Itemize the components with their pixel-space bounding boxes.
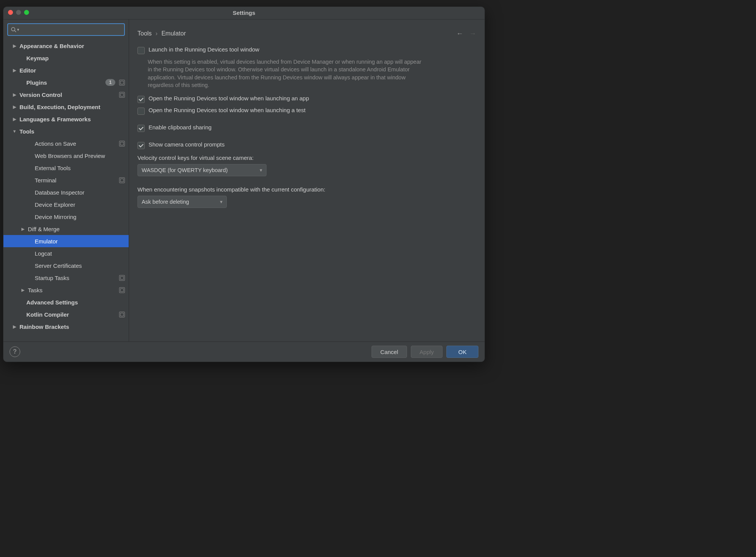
sidebar-item[interactable]: ▶Kotlin Compiler (3, 308, 129, 320)
velocity-select[interactable]: WASDQE (for QWERTY keyboard) ▼ (137, 164, 267, 176)
sidebar-item[interactable]: ▶Actions on Save (3, 137, 129, 150)
sidebar-item[interactable]: ▶Database Inspector (3, 186, 129, 198)
dialog-title: Settings (233, 10, 255, 16)
sidebar-item-label: Terminal (35, 177, 57, 184)
chevron-down-icon: ▼ (219, 200, 223, 204)
chevron-down-icon: ▼ (12, 129, 17, 134)
open-test-label[interactable]: Open the Running Devices tool window whe… (149, 107, 305, 113)
sidebar-item[interactable]: ▶Plugins1 (3, 76, 129, 89)
snapshot-select[interactable]: Ask before deleting ▼ (137, 196, 227, 208)
sidebar-item[interactable]: ▶Server Certificates (3, 259, 129, 272)
sidebar-item-label: Logcat (35, 250, 52, 257)
minimize-window-button[interactable] (16, 10, 21, 15)
search-input[interactable]: ▼ (7, 23, 125, 36)
open-app-label[interactable]: Open the Running Devices tool window whe… (149, 95, 309, 101)
chevron-right-icon: ▶ (20, 288, 26, 293)
sidebar-item[interactable]: ▼Tools (3, 125, 129, 137)
chevron-right-icon: ▶ (20, 227, 26, 232)
sidebar-item[interactable]: ▶Advanced Settings (3, 296, 129, 308)
help-button[interactable]: ? (10, 346, 20, 357)
snapshot-label: When encountering snapshots incompatible… (137, 186, 476, 193)
chevron-right-icon: ▶ (12, 105, 17, 109)
sidebar-item-label: External Tools (35, 165, 71, 171)
search-dropdown-icon[interactable]: ▼ (16, 28, 20, 32)
sidebar-item[interactable]: ▶Device Explorer (3, 198, 129, 211)
sidebar-item[interactable]: ▶Rainbow Brackets (3, 320, 129, 333)
launch-in-tool-checkbox[interactable] (137, 47, 145, 54)
sidebar: ▼ ▶Appearance & Behavior▶Keymap▶Editor▶P… (3, 19, 129, 341)
window-controls (8, 10, 29, 15)
sidebar-item[interactable]: ▶Version Control (3, 89, 129, 101)
svg-line-1 (15, 31, 16, 32)
settings-dialog: Settings ▼ ▶Appearance & Behavior▶Keymap… (3, 6, 485, 362)
settings-tree: ▶Appearance & Behavior▶Keymap▶Editor▶Plu… (3, 38, 129, 341)
breadcrumb-leaf: Emulator (162, 30, 186, 37)
sidebar-item[interactable]: ▶Terminal (3, 174, 129, 186)
open-app-checkbox[interactable] (137, 96, 145, 103)
camera-checkbox[interactable] (137, 142, 145, 149)
chevron-right-icon: ▶ (12, 43, 17, 48)
sidebar-item[interactable]: ▶Emulator (3, 235, 129, 247)
sidebar-item[interactable]: ▶Web Browsers and Preview (3, 150, 129, 162)
sidebar-item-label: Version Control (19, 92, 62, 98)
sidebar-item[interactable]: ▶Languages & Frameworks (3, 113, 129, 125)
sidebar-item[interactable]: ▶Tasks (3, 284, 129, 296)
clipboard-checkbox[interactable] (137, 125, 145, 132)
chevron-right-icon: ▶ (12, 68, 17, 73)
sidebar-item-label: Rainbow Brackets (19, 324, 69, 330)
nav-forward-icon: → (469, 30, 476, 38)
sidebar-item[interactable]: ▶External Tools (3, 162, 129, 174)
sidebar-item-label: Build, Execution, Deployment (19, 104, 100, 110)
clipboard-label[interactable]: Enable clipboard sharing (149, 124, 212, 130)
sidebar-item[interactable]: ▶Logcat (3, 247, 129, 259)
sidebar-item-label: Device Mirroring (35, 214, 76, 220)
sidebar-item[interactable]: ▶Appearance & Behavior (3, 40, 129, 52)
launch-in-tool-label[interactable]: Launch in the Running Devices tool windo… (149, 46, 259, 53)
open-test-checkbox[interactable] (137, 108, 145, 115)
sidebar-item-label: Web Browsers and Preview (35, 153, 105, 159)
project-scope-icon (119, 275, 125, 281)
breadcrumb: Tools › Emulator ← → (129, 19, 485, 42)
maximize-window-button[interactable] (24, 10, 29, 15)
sidebar-item-label: Database Inspector (35, 189, 84, 196)
update-badge: 1 (105, 79, 115, 86)
svg-point-0 (11, 27, 15, 31)
sidebar-item[interactable]: ▶Startup Tasks (3, 272, 129, 284)
sidebar-item-label: Startup Tasks (35, 275, 69, 281)
project-scope-icon (119, 141, 125, 146)
chevron-right-icon: ▶ (12, 117, 17, 122)
sidebar-item-label: Advanced Settings (26, 299, 78, 306)
sidebar-item-label: Kotlin Compiler (26, 311, 69, 318)
search-field[interactable] (21, 26, 122, 33)
sidebar-item-label: Appearance & Behavior (19, 43, 84, 49)
project-scope-icon (119, 287, 125, 293)
snapshot-value: Ask before deleting (142, 199, 189, 205)
close-window-button[interactable] (8, 10, 13, 15)
sidebar-item[interactable]: ▶Editor (3, 64, 129, 76)
ok-button[interactable]: OK (446, 346, 478, 358)
sidebar-item-label: Languages & Frameworks (19, 116, 91, 122)
velocity-value: WASDQE (for QWERTY keyboard) (142, 167, 228, 173)
sidebar-item-label: Editor (19, 67, 36, 74)
breadcrumb-root[interactable]: Tools (137, 30, 152, 37)
sidebar-item[interactable]: ▶Keymap (3, 52, 129, 64)
cancel-button[interactable]: Cancel (372, 346, 407, 358)
nav-back-icon[interactable]: ← (456, 30, 463, 38)
sidebar-item[interactable]: ▶Diff & Merge (3, 223, 129, 235)
camera-label[interactable]: Show camera control prompts (149, 141, 225, 148)
launch-in-tool-description: When this setting is enabled, virtual de… (148, 58, 426, 89)
project-scope-icon (119, 92, 125, 98)
sidebar-item-label: Tasks (28, 287, 42, 293)
dialog-footer: ? Cancel Apply OK (3, 341, 485, 362)
sidebar-item[interactable]: ▶Device Mirroring (3, 211, 129, 223)
titlebar: Settings (3, 7, 485, 19)
sidebar-item-label: Server Certificates (35, 262, 82, 269)
sidebar-item[interactable]: ▶Build, Execution, Deployment (3, 101, 129, 113)
sidebar-item-label: Device Explorer (35, 201, 75, 208)
chevron-down-icon: ▼ (259, 168, 263, 172)
chevron-right-icon: ▶ (12, 324, 17, 329)
project-scope-icon (119, 312, 125, 317)
velocity-label: Velocity control keys for virtual scene … (137, 155, 476, 161)
apply-button[interactable]: Apply (411, 346, 443, 358)
sidebar-item-label: Plugins (26, 79, 47, 86)
